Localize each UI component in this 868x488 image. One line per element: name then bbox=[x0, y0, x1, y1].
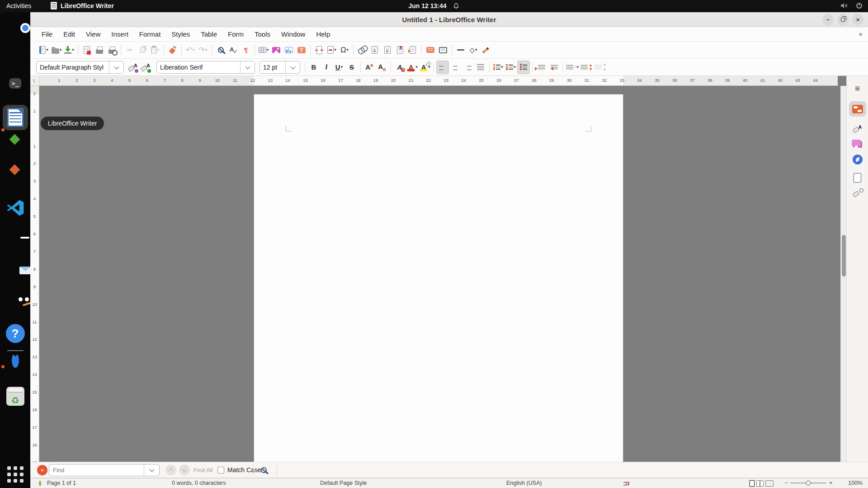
clone-formatting-button[interactable] bbox=[166, 43, 179, 57]
insert-page-break-button[interactable] bbox=[313, 43, 326, 57]
menu-insert[interactable]: Insert bbox=[106, 28, 134, 40]
increase-indent-button[interactable] bbox=[535, 61, 547, 74]
menu-edit[interactable]: Edit bbox=[58, 28, 80, 40]
page-style[interactable]: Default Page Style bbox=[320, 480, 367, 486]
sidebar-gallery-button[interactable] bbox=[849, 136, 866, 152]
align-right-button[interactable] bbox=[462, 61, 474, 74]
move-paragraph-button[interactable]: ▼▲ bbox=[594, 61, 608, 74]
menu-form[interactable]: Form bbox=[222, 28, 249, 40]
paste-button[interactable]: ▾ bbox=[149, 43, 161, 57]
redo-button[interactable]: ↷▾ bbox=[197, 43, 209, 57]
clock-menu[interactable]: Jun 12 13:44 bbox=[408, 2, 459, 9]
insert-special-character-button[interactable]: Ω▾ bbox=[338, 43, 351, 57]
basic-shapes-button[interactable]: ◇▾ bbox=[467, 43, 480, 57]
dock-item-libreoffice-writer[interactable] bbox=[3, 105, 28, 130]
sidebar-style-inspector-button[interactable] bbox=[849, 185, 866, 201]
zoom-level[interactable]: 100% bbox=[848, 480, 863, 486]
insert-table-button[interactable]: ▾ bbox=[257, 43, 270, 57]
page-count[interactable]: Page 1 of 1 bbox=[47, 480, 76, 486]
font-size-combo[interactable]: 12 pt bbox=[259, 61, 300, 74]
clear-formatting-button[interactable]: A bbox=[393, 61, 406, 74]
find-replace-button[interactable] bbox=[214, 43, 227, 57]
word-count[interactable]: 0 words, 0 characters bbox=[172, 480, 226, 486]
menu-format[interactable]: Format bbox=[134, 28, 166, 40]
update-style-button[interactable] bbox=[127, 61, 139, 74]
superscript-button[interactable]: AB bbox=[363, 61, 376, 74]
system-tray[interactable] bbox=[840, 2, 863, 9]
horizontal-ruler[interactable]: 1234567891011121314151617181920212223242… bbox=[39, 76, 838, 86]
align-left-button[interactable] bbox=[436, 61, 449, 74]
dock-item-trash[interactable]: ♻ bbox=[6, 387, 24, 406]
new-style-button[interactable] bbox=[139, 61, 152, 74]
insert-image-button[interactable] bbox=[270, 43, 283, 57]
document-page[interactable] bbox=[254, 94, 623, 462]
menu-styles[interactable]: Styles bbox=[166, 28, 195, 40]
insert-text-box-button[interactable]: T bbox=[295, 43, 308, 57]
find-input[interactable] bbox=[49, 465, 144, 476]
menu-view[interactable]: View bbox=[80, 28, 106, 40]
dock-item-software-updater[interactable] bbox=[12, 357, 19, 365]
selection-mode-indicator[interactable]: ⊐I bbox=[623, 480, 627, 487]
minimize-button[interactable]: − bbox=[822, 14, 834, 25]
view-layout-buttons[interactable] bbox=[750, 480, 775, 488]
save-button[interactable]: ▾ bbox=[63, 43, 75, 57]
dock-item-help[interactable]: ? bbox=[6, 324, 25, 343]
insert-frame-button[interactable] bbox=[437, 43, 449, 57]
show-draw-functions-button[interactable] bbox=[480, 43, 492, 57]
no-list-button[interactable] bbox=[517, 61, 530, 74]
subscript-button[interactable]: AB bbox=[376, 61, 388, 74]
sidebar-settings-button[interactable]: ≡ bbox=[849, 80, 866, 96]
book-view-icon[interactable] bbox=[765, 480, 774, 487]
highlighting-color-button[interactable]: A▾ bbox=[419, 61, 431, 74]
menu-table[interactable]: Table bbox=[195, 28, 222, 40]
find-close-button[interactable]: × bbox=[37, 465, 47, 475]
activities-button[interactable]: Activities bbox=[6, 2, 31, 9]
vertical-ruler[interactable]: 2112345678910111213141516171819 bbox=[30, 86, 39, 462]
formatting-marks-button[interactable]: ¶ bbox=[240, 43, 252, 57]
match-case-checkbox[interactable] bbox=[217, 467, 224, 474]
underline-button[interactable]: U▾ bbox=[333, 61, 345, 74]
title-bar[interactable]: Untitled 1 - LibreOffice Writer − × bbox=[30, 12, 868, 27]
restore-button[interactable] bbox=[837, 14, 849, 25]
single-page-view-icon[interactable] bbox=[750, 480, 755, 487]
insert-endnote-button[interactable] bbox=[381, 43, 394, 57]
insert-horizontal-line-button[interactable] bbox=[454, 43, 467, 57]
decrease-indent-button[interactable] bbox=[547, 61, 560, 74]
new-document-button[interactable]: ▾ bbox=[38, 43, 50, 57]
vertical-scrollbar[interactable] bbox=[840, 86, 846, 462]
sidebar-styles-button[interactable] bbox=[849, 121, 866, 136]
find-all-label[interactable]: Find All bbox=[193, 467, 213, 474]
export-pdf-button[interactable] bbox=[80, 43, 93, 57]
open-button[interactable]: ▾ bbox=[50, 43, 63, 57]
menu-file[interactable]: File bbox=[36, 28, 58, 40]
show-applications-button[interactable] bbox=[7, 466, 24, 483]
insert-footnote-button[interactable] bbox=[368, 43, 381, 57]
cut-button[interactable]: ✂ bbox=[123, 43, 136, 57]
font-name-combo[interactable]: Liberation Serif bbox=[156, 61, 255, 74]
text-language[interactable]: English (USA) bbox=[506, 480, 542, 486]
find-next-button[interactable] bbox=[179, 465, 190, 475]
menu-help[interactable]: Help bbox=[311, 28, 335, 40]
font-size-dropdown[interactable] bbox=[285, 61, 300, 73]
find-history-dropdown[interactable] bbox=[144, 465, 159, 476]
zoom-slider[interactable]: − + bbox=[784, 480, 833, 486]
line-spacing-button[interactable]: ↕▾ bbox=[565, 61, 580, 74]
ruler-corner[interactable]: L bbox=[30, 76, 39, 86]
font-color-button[interactable]: A▾ bbox=[406, 61, 419, 74]
copy-button[interactable] bbox=[136, 43, 149, 57]
dock-item-terminal[interactable]: >_ bbox=[9, 79, 22, 87]
paragraph-style-combo[interactable]: Default Paragraph Styl bbox=[36, 61, 124, 74]
font-name-dropdown[interactable] bbox=[240, 61, 255, 73]
paragraph-style-dropdown[interactable] bbox=[109, 61, 123, 73]
zoom-track[interactable] bbox=[790, 483, 826, 483]
document-canvas[interactable] bbox=[39, 86, 838, 462]
sidebar-page-button[interactable] bbox=[849, 170, 866, 185]
find-and-replace-button[interactable] bbox=[257, 463, 270, 477]
zoom-thumb[interactable] bbox=[806, 480, 811, 485]
insert-cross-reference-button[interactable] bbox=[406, 43, 419, 57]
paragraph-spacing-button[interactable]: ▲▼ bbox=[580, 61, 594, 74]
unordered-list-button[interactable]: ▾ bbox=[492, 61, 505, 74]
sidebar-navigator-button[interactable] bbox=[849, 152, 866, 167]
sidebar-properties-button[interactable] bbox=[849, 101, 866, 117]
print-button[interactable] bbox=[93, 43, 106, 57]
